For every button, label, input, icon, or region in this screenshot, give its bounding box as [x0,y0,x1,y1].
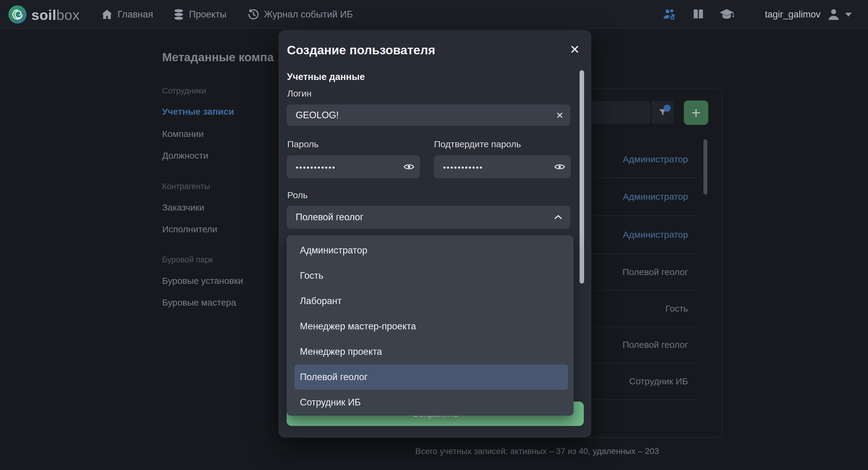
home-icon [101,8,113,21]
filter-button[interactable] [652,101,674,124]
nav-item-projects[interactable]: Проекты [173,0,226,29]
sidebar-item-drilling-rigs[interactable]: Буровые установки [162,276,243,286]
role-cell: Администратор [623,154,688,165]
show-confirm-password-icon[interactable] [554,161,566,173]
role-option-guest[interactable]: Гость [287,263,574,288]
sidebar-section-counterparties: Контрагенты [162,182,210,191]
confirm-password-label: Подтвердите пароль [434,139,521,149]
credentials-section-heading: Учетные данные [287,71,365,82]
sidebar-item-positions[interactable]: Должности [162,150,208,161]
nav-item-home[interactable]: Главная [101,0,153,29]
role-option-field-geologist-selected[interactable]: Полевой геолог [294,364,568,390]
role-label: Роль [287,190,308,200]
role-cell: Администратор [623,192,688,202]
sidebar-item-customers[interactable]: Заказчики [162,202,204,213]
user-avatar-icon [827,7,841,22]
login-field-wrap: ✕ [287,105,570,126]
clear-login-icon[interactable]: ✕ [556,110,564,120]
nav-item-label: Главная [118,9,153,20]
role-cell: Гость [665,303,688,314]
role-option-master-project-manager[interactable]: Менеджер мастер-проекта [287,314,574,339]
close-icon[interactable]: ✕ [567,42,582,57]
spiral-icon [11,8,24,21]
book-icon [691,7,705,22]
add-user-button[interactable]: + [684,100,708,125]
role-select[interactable]: Полевой геолог [287,206,570,229]
username-label: tagir_galimov [765,0,820,29]
confirm-password-input[interactable] [434,155,570,178]
sidebar-item-contractors[interactable]: Исполнители [162,224,217,234]
nav-item-security-log[interactable]: Журнал событий ИБ [247,0,353,29]
training-button[interactable] [718,0,735,29]
sidebar-section-drilling-park: Буровой парк [162,255,213,265]
password-label: Пароль [287,139,318,149]
history-icon [247,8,260,21]
graduation-cap-icon [718,6,735,23]
sidebar-section-employees: Сотрудники [162,86,206,96]
table-scrollbar[interactable] [704,139,707,195]
logo-wordmark[interactable]: soilbox [31,7,80,23]
role-select-value: Полевой геолог [296,206,364,229]
show-password-icon[interactable] [403,161,415,173]
role-option-administrator[interactable]: Администратор [287,238,574,263]
docs-button[interactable] [691,0,705,29]
chevron-up-icon [552,211,564,223]
password-input[interactable] [287,155,420,178]
logo-box: box [56,7,80,23]
profile-caret-button[interactable] [845,0,852,29]
sidebar-item-companies[interactable]: Компании [162,129,204,139]
soilbox-logo[interactable] [8,5,27,24]
profile-menu-button[interactable] [827,0,841,29]
filter-active-badge [664,105,671,112]
top-navbar: soilbox Главная Проекты Журнал событий И… [0,0,868,29]
role-option-project-manager[interactable]: Менеджер проекта [287,339,574,364]
role-option-lab-assistant[interactable]: Лаборант [287,288,574,314]
users-gear-icon [662,7,677,22]
password-field-wrap [287,155,420,178]
chevron-down-icon [845,13,852,17]
role-cell: Сотрудник ИБ [629,376,688,386]
logo-soil: soil [31,7,56,23]
accounts-summary: Всего учетных записей: активных – 37 из … [415,446,659,456]
modal-scrollbar[interactable] [580,70,584,284]
role-dropdown: Администратор Гость Лаборант Менеджер ма… [287,235,574,416]
database-icon [173,8,185,21]
sidebar-item-drilling-masters[interactable]: Буровые мастера [162,297,236,308]
role-cell: Полевой геолог [622,267,688,277]
users-admin-button[interactable] [662,0,677,29]
create-user-modal: Создание пользователя ✕ Учетные данные Л… [278,30,591,438]
sidebar-item-accounts[interactable]: Учетные записи [162,107,234,117]
nav-item-label: Журнал событий ИБ [264,9,353,20]
role-cell: Полевой геолог [622,340,688,350]
role-option-security-officer[interactable]: Сотрудник ИБ [287,390,574,415]
modal-title: Создание пользователя [287,43,435,57]
nav-item-label: Проекты [189,9,226,20]
confirm-password-field-wrap [434,155,570,178]
login-label: Логин [287,88,312,99]
login-input[interactable] [287,105,570,126]
page-title: Метаданные компа [162,51,274,64]
role-cell: Администратор [623,230,688,240]
